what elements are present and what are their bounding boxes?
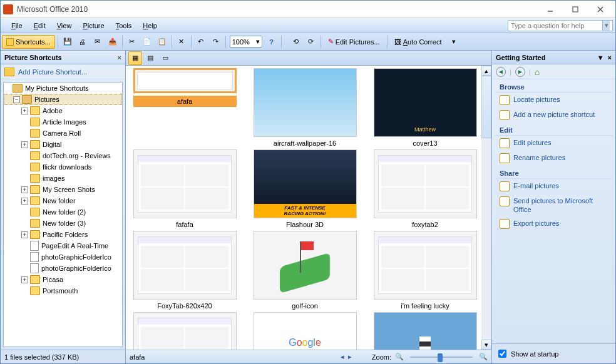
thumbnail-item[interactable]: Google xyxy=(251,312,359,350)
close-button[interactable] xyxy=(588,2,613,17)
menu-edit[interactable]: Edit xyxy=(28,18,51,33)
thumbnail-status-bar: afafa ◂ ▸ Zoom: 🔍 🔍 xyxy=(126,350,491,363)
tree-item[interactable]: Camera Roll xyxy=(4,128,122,139)
tree-item[interactable]: +My Screen Shots xyxy=(4,184,122,195)
export-icon[interactable]: 📤 xyxy=(106,35,120,49)
tree-item[interactable]: dotTech.org - Reviews xyxy=(4,150,122,161)
export-icon xyxy=(500,219,510,229)
thumbnail-item[interactable]: golf-icon xyxy=(251,231,359,310)
edit-icon xyxy=(500,138,510,148)
shortcut-tree[interactable]: My Picture Shortcuts −Pictures +AdobeArt… xyxy=(3,82,123,347)
menu-tools[interactable]: Tools xyxy=(110,18,138,33)
shortcuts-button[interactable]: Shortcuts... xyxy=(2,35,55,49)
cut-icon[interactable]: ✂ xyxy=(125,35,139,49)
thumbnail-view-icon[interactable]: ▦ xyxy=(128,51,142,65)
thumbnail-item[interactable]: i'm feeling lucky xyxy=(371,231,479,310)
vertical-scrollbar[interactable]: ▴▾ xyxy=(481,66,491,350)
thumbnail-item[interactable]: afafa xyxy=(131,68,239,147)
close-taskpane-icon[interactable]: × xyxy=(608,54,612,61)
chevron-down-icon[interactable]: ▾ xyxy=(602,21,610,31)
mail-icon[interactable]: ✉ xyxy=(91,35,105,49)
email-icon xyxy=(500,181,510,191)
tree-selected-pictures[interactable]: −Pictures xyxy=(4,94,122,105)
locate-pictures-link[interactable]: Locate pictures xyxy=(492,93,615,108)
zoom-slider[interactable] xyxy=(410,353,473,361)
send-to-office-link[interactable]: Send pictures to Microsoft Office xyxy=(492,194,615,216)
add-shortcut-link[interactable]: Add a new picture shortcut xyxy=(492,108,615,123)
rotate-left-icon[interactable]: ⟲ xyxy=(289,35,303,49)
rotate-right-icon[interactable]: ⟳ xyxy=(304,35,318,49)
tree-item[interactable]: photoGraphicFolderIco xyxy=(4,263,122,274)
tree-item[interactable]: photoGraphicFolderIco xyxy=(4,251,122,263)
add-picture-shortcut-link[interactable]: Add Picture Shortcut... xyxy=(1,64,125,79)
thumbnail-item[interactable]: FoxyTab-620x420 xyxy=(131,231,239,310)
tree-root[interactable]: My Picture Shortcuts xyxy=(4,83,122,94)
thumbnail-item[interactable]: FAST & INTENSERACING ACTION!Flashour 3D xyxy=(251,149,359,228)
auto-correct-button[interactable]: 🖼 Auto Correct xyxy=(390,35,446,49)
toolbar-overflow-icon[interactable]: ▾ xyxy=(447,35,461,49)
show-at-startup-checkbox[interactable] xyxy=(498,350,506,358)
tree-item[interactable]: New folder (2) xyxy=(4,206,122,218)
copy-icon[interactable]: 📄 xyxy=(140,35,154,49)
tree-item[interactable]: New folder (3) xyxy=(4,218,122,229)
thumbnail-grid[interactable]: afafaaircraft-wallpaper-16Matthewcover13… xyxy=(126,66,491,350)
tree-item[interactable]: flickr downloads xyxy=(4,161,122,173)
next-icon[interactable]: ▸ xyxy=(348,353,352,361)
undo-icon[interactable]: ↶ xyxy=(194,35,208,49)
tree-item[interactable]: +Picasa xyxy=(4,274,122,285)
selection-status: 1 files selected (337 KB) xyxy=(1,350,125,363)
tree-item[interactable]: images xyxy=(4,173,122,184)
view-toolbar: ▦ ▤ ▭ xyxy=(126,51,491,66)
export-pictures-link[interactable]: Export pictures xyxy=(492,216,615,231)
thumbnail-item[interactable]: Matthewcover13 xyxy=(371,68,479,147)
tree-item[interactable]: +Adobe xyxy=(4,105,122,116)
thumbnail-item[interactable]: aircraft-wallpaper-16 xyxy=(251,68,359,147)
thumbnail-item[interactable] xyxy=(131,312,239,350)
thumbnail-area: ▦ ▤ ▭ afafaaircraft-wallpaper-16Matthewc… xyxy=(126,51,491,363)
picture-shortcuts-panel: Picture Shortcuts × Add Picture Shortcut… xyxy=(1,51,126,363)
thumbnail-item[interactable]: fafafa xyxy=(131,149,239,228)
redo-icon[interactable]: ↷ xyxy=(209,35,223,49)
tree-item[interactable]: Article Images xyxy=(4,116,122,128)
back-icon[interactable]: ◄ xyxy=(496,67,506,77)
paste-icon[interactable]: 📋 xyxy=(155,35,169,49)
zoom-out-icon[interactable]: 🔍 xyxy=(395,353,404,361)
email-pictures-link[interactable]: E-mail pictures xyxy=(492,179,615,194)
menu-help[interactable]: Help xyxy=(137,18,163,33)
app-title: Microsoft Office 2010 xyxy=(17,5,538,14)
edit-pictures-button[interactable]: ✎ Edit Pictures... xyxy=(324,35,384,49)
single-view-icon[interactable]: ▭ xyxy=(158,51,172,65)
thumbnail-item[interactable]: foxytab2 xyxy=(371,149,479,228)
chevron-down-icon[interactable]: ▼ xyxy=(597,54,604,61)
minimize-button[interactable] xyxy=(538,2,563,17)
tree-item[interactable]: +Pacific Folders xyxy=(4,229,122,240)
tree-item[interactable]: Portsmouth xyxy=(4,285,122,296)
help-icon[interactable]: ? xyxy=(265,35,279,49)
save-icon[interactable]: 💾 xyxy=(61,35,74,49)
edit-pictures-link[interactable]: Edit pictures xyxy=(492,136,615,151)
zoom-in-icon[interactable]: 🔍 xyxy=(479,353,488,361)
forward-icon[interactable]: ► xyxy=(515,67,525,77)
print-icon[interactable]: 🖨 xyxy=(76,35,90,49)
tree-item[interactable]: +Digital xyxy=(4,139,122,150)
thumbnail-item[interactable] xyxy=(371,312,479,350)
zoom-input[interactable]: 100%▾ xyxy=(230,36,262,48)
prev-icon[interactable]: ◂ xyxy=(341,353,344,361)
tree-item[interactable]: PageEdit A Real-Time xyxy=(4,240,122,251)
menu-file[interactable]: File xyxy=(6,18,28,33)
help-placeholder: Type a question for help xyxy=(511,22,584,29)
filmstrip-view-icon[interactable]: ▤ xyxy=(143,51,157,65)
folder-add-icon xyxy=(4,68,14,76)
help-search-box[interactable]: Type a question for help ▾ xyxy=(508,20,613,31)
zoom-label: Zoom: xyxy=(372,353,391,361)
rename-pictures-link[interactable]: Rename pictures xyxy=(492,151,615,166)
menu-view[interactable]: View xyxy=(51,18,78,33)
tree-item[interactable]: +New folder xyxy=(4,195,122,206)
close-panel-icon[interactable]: × xyxy=(118,54,121,61)
app-icon xyxy=(3,4,13,14)
menu-picture[interactable]: Picture xyxy=(77,18,110,33)
maximize-button[interactable] xyxy=(563,2,588,17)
delete-icon[interactable]: ✕ xyxy=(175,35,188,49)
home-icon[interactable]: ⌂ xyxy=(535,67,540,77)
getting-started-title: Getting Started xyxy=(496,54,545,61)
